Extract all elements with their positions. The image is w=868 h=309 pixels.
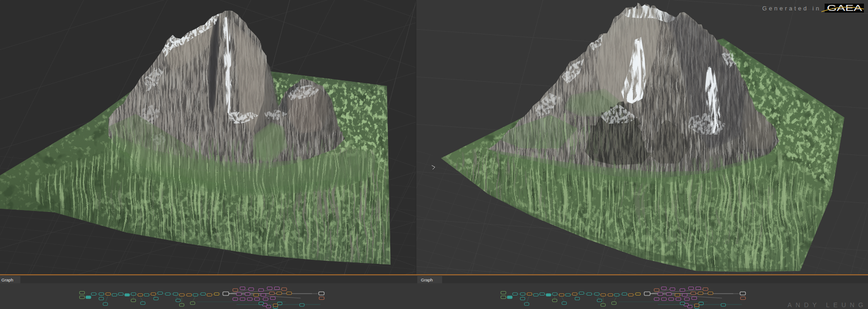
svg-text:Graph: Graph bbox=[421, 277, 433, 282]
svg-text:Generated in: Generated in bbox=[762, 5, 821, 12]
svg-text:GAEA: GAEA bbox=[827, 4, 862, 13]
svg-text:ANDY LEUNG: ANDY LEUNG bbox=[788, 301, 867, 309]
svg-text:Graph: Graph bbox=[1, 277, 13, 282]
